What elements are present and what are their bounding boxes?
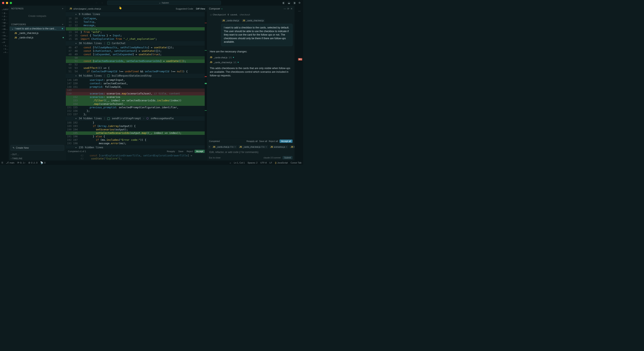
explorer-folder[interactable]: ›s… — [0, 47, 8, 50]
reject-all-button[interactable]: Reject all — [269, 140, 278, 142]
checkout-link[interactable]: checkout — [240, 13, 250, 16]
create-notepads-hint[interactable]: Create notepads — [9, 10, 66, 21]
traffic-lights — [2, 2, 12, 4]
cursor-tab-indicator[interactable]: Cursor Tab — [290, 161, 302, 164]
file-chip[interactable]: JS_cards-chat.js — [221, 19, 240, 22]
add-composer-icon[interactable]: + — [62, 23, 64, 25]
save-all-button[interactable]: Save all — [259, 140, 267, 142]
explorer-folder[interactable]: ›sn… — [0, 37, 8, 40]
changed-file-row[interactable]: JS _cards_chat.test.js 1/1 — [210, 61, 292, 63]
settings-gear-icon[interactable]: ⚙ — [298, 1, 301, 4]
fold-bar[interactable]: ✦94 hidden lines | buildRequestDataSecon… — [66, 73, 207, 78]
js-file-icon: JS — [14, 32, 17, 34]
encoding-indicator[interactable]: UTF-8 — [260, 161, 267, 164]
panel-left-icon[interactable]: ◧ — [282, 1, 285, 4]
submit-button[interactable]: Submit — [282, 156, 292, 159]
window-maximize[interactable] — [10, 2, 12, 4]
panel-bottom-icon[interactable]: ⬓ — [287, 1, 290, 4]
composer-file-item[interactable]: JS _cards-chat.js — [9, 35, 66, 40]
minimap[interactable] — [205, 12, 207, 149]
explorer-folder[interactable]: ›de… — [0, 27, 8, 31]
status-dot-icon — [238, 62, 239, 63]
problems-indicator[interactable]: ⊘0 ⚠0 — [28, 161, 38, 164]
context-tab[interactable]: JSscenarios.js + — [269, 145, 288, 148]
save-button[interactable]: Save — [177, 150, 185, 153]
accept-all-button[interactable]: Accept all — [280, 140, 292, 143]
reject-button[interactable]: Reject — [185, 150, 194, 153]
composer-panel: Composer ● — ⟳ ✕ ⬚ Checkpoint 0 saved. c… — [207, 6, 294, 160]
remote-icon: ⎘ — [2, 161, 3, 164]
cursor-icon: 👆 — [118, 6, 122, 9]
explorer-folder[interactable]: ⌄s… — [0, 50, 8, 54]
language-mode[interactable]: {} JavaScript — [275, 161, 288, 164]
explorer-folder[interactable]: ›.p… — [0, 14, 8, 18]
create-new-button[interactable]: ✎ Create New — [10, 145, 64, 151]
diff-status: Completed v1 of 1 — [68, 150, 86, 153]
suggested-code-toggle[interactable]: Suggested Code — [176, 7, 193, 10]
close-icon[interactable]: ✕ — [290, 7, 292, 10]
remote-button[interactable]: ⎘ — [2, 161, 3, 164]
explorer-folder[interactable]: ›d… — [0, 31, 8, 34]
outline-section[interactable]: › OUT… — [9, 152, 66, 156]
ports-indicator[interactable]: 📡0 — [40, 161, 45, 164]
editor-tab[interactable]: JS ui/src/pages/_cards-chat.js — [68, 6, 103, 11]
editor-tab-path: ui/src/pages/_cards-chat.js — [73, 7, 101, 10]
panel-right-icon[interactable]: ◨ — [292, 1, 296, 4]
add-context-button[interactable]: + — [208, 145, 210, 149]
explorer-folder[interactable]: ›cli — [0, 24, 8, 27]
eol-indicator[interactable]: LF — [270, 161, 272, 164]
composer-status-bar: Completed Reapply all Save all Reject al… — [207, 138, 294, 144]
code-editor[interactable]: ✦9 hidden lines 1010 Collapse, 1111 Tool… — [66, 12, 207, 149]
fold-bar[interactable]: ✦30 hidden lines | CardsChat — [66, 41, 207, 46]
indent-indicator[interactable]: Spaces: 2 — [248, 161, 258, 164]
notepads-panel: NOTEPADS + Create notepads COMPOSERS + ⌄… — [8, 6, 66, 160]
command-center[interactable]: ⌕ haiven — [107, 0, 221, 5]
window-close[interactable] — [2, 2, 4, 4]
explorer-folder[interactable]: ›.p… — [0, 18, 8, 21]
refresh-icon[interactable]: ⟳ — [287, 7, 289, 10]
branch-indicator[interactable]: ⎇main — [6, 161, 14, 164]
explorer-folder[interactable]: ›ap… — [0, 21, 8, 24]
context-tab[interactable]: JS_cards_chat.test.js File× — [238, 145, 268, 148]
js-file-icon: JS — [210, 61, 212, 63]
close-icon[interactable]: × — [234, 146, 236, 148]
composer-input[interactable]: Edit, refactor, or add code (/ for comma… — [207, 149, 294, 155]
window-minimize[interactable] — [6, 2, 8, 4]
minimize-icon[interactable]: — — [284, 7, 286, 10]
close-icon[interactable]: × — [266, 146, 267, 148]
explorer-folder[interactable]: ⌄ui — [0, 40, 8, 44]
js-file-icon: JS — [243, 19, 245, 22]
fold-label: 94 hidden lines — [79, 74, 102, 78]
explorer-folder[interactable]: ›ne… — [0, 34, 8, 37]
editor-area: JS ui/src/pages/_cards-chat.js Suggested… — [66, 6, 207, 160]
file-chip[interactable]: JS_cards_chat.test.js — [242, 19, 265, 22]
explorer-folder[interactable]: ›.g… — [0, 11, 8, 14]
composer-item-active[interactable]: ⌄ I want to add a checkbox to the card… — [10, 26, 65, 31]
reapply-button[interactable]: Reapply — [165, 150, 177, 153]
fold-bar[interactable]: ✦235 hidden lines — [66, 145, 207, 149]
fold-bar[interactable]: ✦9 hidden lines — [66, 12, 207, 17]
context-tab[interactable]: JS_cards-chat.js File× — [212, 145, 237, 148]
changed-file-row[interactable]: JS _cards-chat.js 1/1 — [210, 56, 292, 59]
composer-file-item[interactable]: JS _cards_chat.test.js — [9, 31, 66, 35]
search-status-icon[interactable]: ⌕ — [230, 161, 231, 164]
more-icon[interactable]: ⋯ — [298, 10, 301, 12]
fold-crumb: onMessageHandle — [151, 117, 174, 120]
explorer-folder[interactable]: ›s… — [0, 44, 8, 47]
status-bar: ⎘ ⎇main ⟳0↓ 1↑ ⊘0 ⚠0 📡0 ⌕ Ln 1, Col 1 Sp… — [0, 160, 303, 165]
explorer-root[interactable]: ⌄HAIV… — [0, 8, 8, 11]
nav-back-icon[interactable]: ← — [95, 1, 98, 4]
timeline-section[interactable]: › TIMELINE — [9, 156, 66, 160]
context-tab[interactable]: JSthreat- — [290, 145, 294, 148]
composer-title: Composer — [209, 7, 220, 10]
cursor-position[interactable]: Ln 1, Col 1 — [234, 161, 245, 164]
diff-view-toggle[interactable]: Diff View — [196, 7, 205, 10]
sync-indicator[interactable]: ⟳0↓ 1↑ — [17, 161, 26, 164]
reapply-all-button[interactable]: Reapply all — [246, 140, 257, 142]
nav-forward-icon[interactable]: → — [100, 1, 104, 4]
model-selector[interactable]: claude-3.5-sonnet — [264, 156, 280, 159]
fold-bar[interactable]: ✦34 hidden lines | sendFirstStepPrompt ›… — [66, 116, 207, 121]
response-body: This adds checkboxes to the cards that a… — [210, 66, 292, 77]
add-notepad-icon[interactable]: + — [62, 7, 64, 10]
accept-button[interactable]: Accept — [194, 150, 205, 153]
